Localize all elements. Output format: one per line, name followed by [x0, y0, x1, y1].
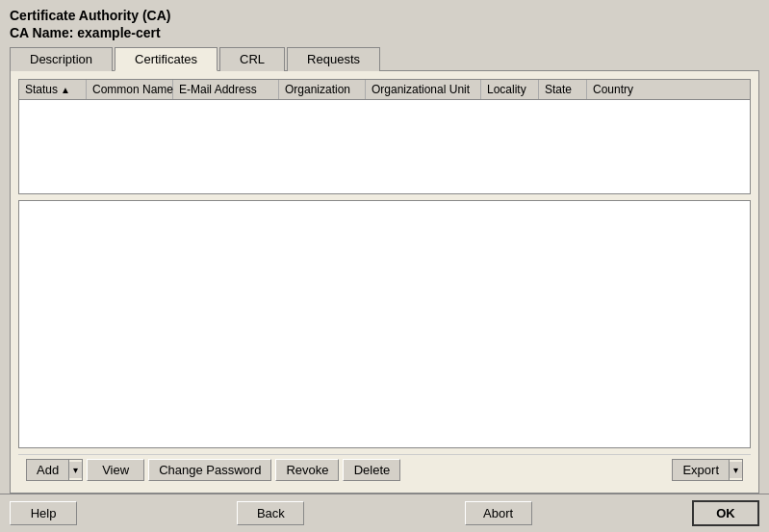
detail-panel	[18, 200, 751, 448]
footer: Help Back Abort OK	[0, 494, 769, 532]
tab-bar: Description Certificates CRL Requests	[10, 46, 759, 71]
col-organization[interactable]: Organization	[279, 80, 366, 99]
col-org-unit[interactable]: Organizational Unit	[366, 80, 481, 99]
abort-button[interactable]: Abort	[465, 501, 532, 525]
col-state[interactable]: State	[539, 80, 587, 99]
tab-requests[interactable]: Requests	[287, 47, 380, 71]
view-button[interactable]: View	[87, 459, 144, 481]
tab-crl[interactable]: CRL	[219, 47, 285, 71]
export-button-group: Export ▾	[672, 459, 743, 481]
certificates-table: Status ▲ Common Name E-Mail Address Orga…	[18, 79, 751, 194]
back-button[interactable]: Back	[237, 501, 304, 525]
ca-name: CA Name: example-cert	[10, 25, 759, 40]
export-button[interactable]: Export	[673, 460, 730, 480]
action-bar: Add ▾ View Change Password Revoke Delete…	[18, 454, 751, 485]
help-button[interactable]: Help	[10, 501, 77, 525]
revoke-button[interactable]: Revoke	[275, 459, 339, 481]
window-title: Certificate Authority (CA)	[10, 8, 759, 23]
col-common-name[interactable]: Common Name	[87, 80, 173, 99]
ok-button[interactable]: OK	[692, 500, 759, 526]
add-button-group: Add ▾	[26, 459, 83, 481]
content-area: Status ▲ Common Name E-Mail Address Orga…	[10, 71, 759, 494]
add-button[interactable]: Add	[27, 460, 69, 480]
add-dropdown-arrow[interactable]: ▾	[69, 462, 82, 478]
table-header: Status ▲ Common Name E-Mail Address Orga…	[19, 80, 750, 100]
col-email[interactable]: E-Mail Address	[173, 80, 279, 99]
tab-description[interactable]: Description	[10, 47, 113, 71]
col-country[interactable]: Country	[587, 80, 645, 99]
export-dropdown-arrow[interactable]: ▾	[730, 462, 742, 478]
change-password-button[interactable]: Change Password	[148, 459, 271, 481]
sort-arrow-icon: ▲	[61, 85, 70, 95]
delete-button[interactable]: Delete	[343, 459, 400, 481]
col-status[interactable]: Status ▲	[19, 80, 87, 99]
tab-certificates[interactable]: Certificates	[115, 47, 218, 71]
col-locality[interactable]: Locality	[481, 80, 539, 99]
